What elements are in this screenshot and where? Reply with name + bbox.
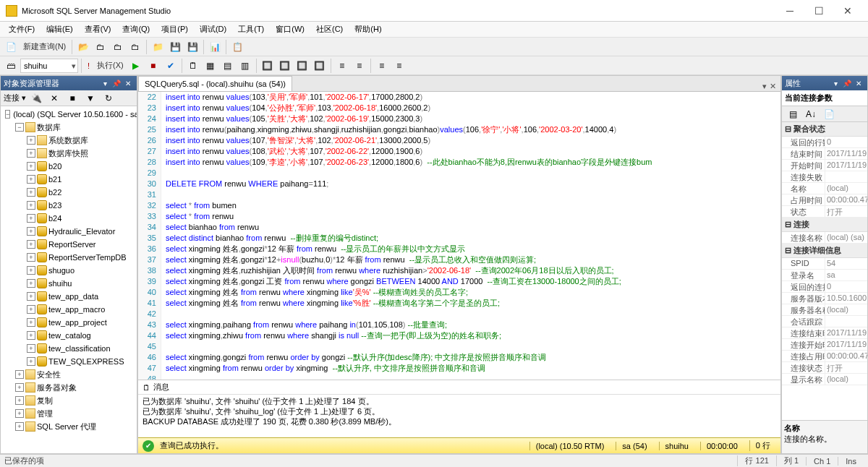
menu-item[interactable]: 编辑(E)	[41, 22, 79, 36]
property-row[interactable]: 连接状态打开	[782, 362, 867, 374]
disconnect-icon[interactable]: ✕	[46, 90, 62, 106]
tab-dropdown-icon[interactable]: ▾	[762, 82, 767, 91]
messages-body[interactable]: 已为数据库 'shuihu', 文件 'shuihu' (位于文件 1 上)处理…	[138, 395, 780, 437]
tree-item[interactable]: +tew_classification	[2, 342, 135, 355]
results-text-icon[interactable]: ▤	[220, 58, 236, 74]
menu-item[interactable]: 帮助(H)	[349, 22, 387, 36]
menu-item[interactable]: 查看(V)	[79, 22, 117, 36]
prop-close-icon[interactable]: ✕	[853, 77, 864, 89]
menu-item[interactable]: 社区(C)	[310, 22, 349, 36]
tree-item[interactable]: +shuguo	[2, 264, 135, 277]
tab-active[interactable]: SQLQuery5.sql - (local).shuihu (sa (54))	[138, 76, 292, 91]
property-row[interactable]: 服务器版本10.50.1600	[782, 293, 867, 304]
t1-icon[interactable]: 🔲	[260, 58, 276, 74]
property-row[interactable]: 占用时间00:00:00.477	[782, 194, 867, 206]
t4-icon[interactable]: 🔲	[312, 58, 328, 74]
categorized-icon[interactable]: ▤	[785, 106, 801, 122]
results-file-icon[interactable]: ▥	[237, 58, 253, 74]
tree-item[interactable]: +SQL Server 代理	[2, 420, 135, 433]
property-row[interactable]: 连接名称(local) (sa)	[782, 232, 867, 244]
messages-tab-label[interactable]: 消息	[153, 382, 169, 393]
tree-item[interactable]: +b22	[2, 186, 135, 199]
property-row[interactable]: 显示名称(local)	[782, 374, 867, 385]
indent-icon[interactable]: ≡	[334, 58, 350, 74]
tree-item[interactable]: +tew_app_project	[2, 316, 135, 329]
outdent-icon[interactable]: ≡	[352, 58, 367, 74]
connect-icon[interactable]: 🔌	[28, 90, 44, 106]
props-page-icon[interactable]: 📄	[821, 106, 837, 122]
results-grid-icon[interactable]: ▦	[203, 58, 218, 74]
code-editor[interactable]: 22insert into renwu values(103,'吴用','军师'…	[138, 92, 780, 380]
tree-item[interactable]: +数据库快照	[2, 147, 135, 160]
filter-icon[interactable]: ▼	[82, 90, 98, 106]
save-icon[interactable]: 💾	[167, 39, 183, 55]
property-row[interactable]: 开始时间2017/11/19 2	[782, 160, 867, 171]
tree-item[interactable]: +b24	[2, 212, 135, 225]
connect-button[interactable]: 连接 ▾	[4, 93, 26, 103]
alphabetical-icon[interactable]: A↓	[803, 106, 819, 122]
close-icon[interactable]: ✕	[122, 77, 134, 89]
property-row[interactable]: 名称(local)	[782, 183, 867, 194]
properties-grid[interactable]: ⊟聚合状态返回的行数0结束时间2017/11/19 2开始时间2017/11/1…	[782, 122, 867, 420]
open-file-icon[interactable]: 📁	[150, 39, 166, 55]
tree-item[interactable]: +tew_app_data	[2, 290, 135, 303]
tree-item[interactable]: +tew_app_macro	[2, 303, 135, 316]
close-button[interactable]: ✕	[833, 2, 862, 20]
property-row[interactable]: 服务器名称(local)	[782, 304, 867, 316]
menu-item[interactable]: 项目(P)	[156, 22, 194, 36]
comment-icon[interactable]: ≡	[374, 58, 390, 74]
property-row[interactable]: 返回的行数0	[782, 137, 867, 148]
object-tree[interactable]: −(local) (SQL Server 10.50.1600 - sa)−数据…	[1, 106, 137, 453]
tree-item[interactable]: −(local) (SQL Server 10.50.1600 - sa)	[2, 108, 135, 121]
tree-item[interactable]: +b20	[2, 160, 135, 173]
property-row[interactable]: 状态打开	[782, 206, 867, 218]
database-selector[interactable]: shuihu	[20, 59, 78, 73]
property-row[interactable]: 会话跟踪 I	[782, 316, 867, 327]
tree-item[interactable]: +管理	[2, 407, 135, 420]
tree-item[interactable]: +ReportServer	[2, 238, 135, 251]
property-row[interactable]: SPID54	[782, 258, 867, 270]
open-icon[interactable]: 📂	[75, 39, 91, 55]
dropdown-icon[interactable]: ▾	[99, 77, 111, 89]
uncomment-icon[interactable]: ≡	[391, 58, 407, 74]
play-icon[interactable]: ▶	[128, 58, 144, 74]
property-row[interactable]: 连接占用时00:00:00.477	[782, 351, 867, 362]
menu-item[interactable]: 窗口(W)	[270, 22, 310, 36]
pin-icon[interactable]: 📌	[111, 77, 122, 89]
tree-item[interactable]: −数据库	[2, 121, 135, 134]
tree-item[interactable]: +系统数据库	[2, 134, 135, 147]
execute-button[interactable]: 执行(X)	[94, 60, 127, 71]
tree-item[interactable]: +tew_catalog	[2, 329, 135, 342]
property-row[interactable]: 返回的连接0	[782, 281, 867, 293]
tree-item[interactable]: +TEW_SQLEXPRESS	[2, 355, 135, 368]
refresh-icon[interactable]: ↻	[101, 90, 116, 106]
maximize-button[interactable]: ☐	[804, 2, 833, 20]
property-row[interactable]: 连接开始时2017/11/19 2	[782, 339, 867, 351]
tree-item[interactable]: +安全性	[2, 368, 135, 381]
parse-icon[interactable]: ✔	[163, 58, 179, 74]
prop-pin-icon[interactable]: 📌	[841, 77, 853, 89]
property-row[interactable]: 登录名sa	[782, 270, 867, 281]
folder-icon[interactable]: 🗀	[93, 39, 109, 55]
list-icon[interactable]: 📋	[229, 39, 245, 55]
menu-item[interactable]: 调试(D)	[194, 22, 232, 36]
tree-item[interactable]: +shuihu	[2, 277, 135, 290]
tree-item[interactable]: +Hydraulic_Elevator	[2, 225, 135, 238]
new-query-label[interactable]: 新建查询(N)	[20, 41, 69, 52]
tree-item[interactable]: +b23	[2, 199, 135, 212]
folder2-icon[interactable]: 🗀	[110, 39, 126, 55]
new-query-button[interactable]: 📄	[3, 39, 19, 55]
menu-item[interactable]: 工具(T)	[232, 22, 270, 36]
plan-icon[interactable]: 🗒	[185, 58, 201, 74]
folder3-icon[interactable]: 🗀	[127, 39, 143, 55]
menu-item[interactable]: 文件(F)	[3, 22, 41, 36]
tree-item[interactable]: +服务器对象	[2, 381, 135, 394]
save-all-icon[interactable]: 💾	[184, 39, 200, 55]
t2-icon[interactable]: 🔲	[277, 58, 293, 74]
tree-item[interactable]: +复制	[2, 394, 135, 407]
stop2-icon[interactable]: ■	[64, 90, 80, 106]
minimize-button[interactable]: ─	[775, 2, 804, 20]
property-row[interactable]: 连接结束时2017/11/19 2	[782, 327, 867, 339]
property-row[interactable]: 连接失败	[782, 171, 867, 183]
t3-icon[interactable]: 🔲	[294, 58, 310, 74]
